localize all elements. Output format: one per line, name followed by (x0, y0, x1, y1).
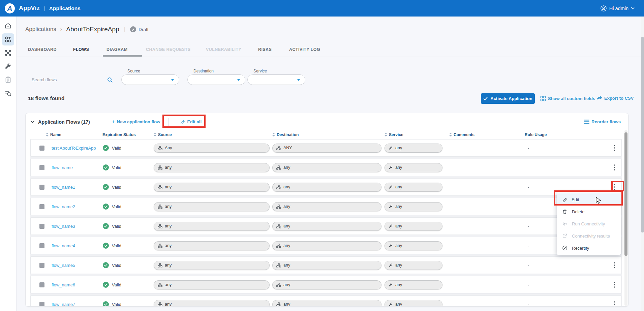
tab-dashboard[interactable]: DASHBOARD (28, 47, 57, 52)
panel-collapse-toggle[interactable]: Application Flows (17) (30, 119, 90, 125)
service-pill[interactable]: any (385, 300, 442, 307)
service-pill[interactable]: any (385, 261, 442, 270)
rule-usage-value: - (519, 282, 592, 287)
tab-diagram[interactable]: DIAGRAM (106, 47, 128, 52)
service-pill[interactable]: any (385, 280, 442, 289)
valid-check-icon (103, 262, 109, 268)
destination-pill[interactable]: any (272, 183, 381, 192)
chevron-down-icon (631, 7, 635, 9)
source-pill[interactable]: any (154, 222, 270, 231)
source-pill[interactable]: any (154, 183, 270, 192)
tab-activity-log[interactable]: ACTIVITY LOG (289, 47, 320, 52)
row-checkbox[interactable] (39, 165, 44, 170)
export-to-csv-button[interactable]: Export to CSV (596, 96, 634, 101)
flow-name-link[interactable]: flow_name7 (45, 302, 99, 307)
network-hosts-icon (158, 224, 162, 228)
page-scrollbar-thumb[interactable] (641, 37, 644, 232)
wrench-icon (389, 244, 393, 248)
context-menu-item-recertify[interactable]: Recertify (557, 242, 621, 254)
destination-filter-select[interactable] (187, 74, 245, 85)
destination-pill[interactable]: any (272, 300, 381, 307)
row-actions-kebab[interactable] (611, 144, 617, 152)
service-pill[interactable]: any (385, 144, 442, 153)
service-pill[interactable]: any (385, 241, 442, 250)
row-checkbox[interactable] (39, 243, 44, 248)
topbar-section-title: Applications (49, 5, 81, 11)
destination-pill[interactable]: ANY (272, 144, 381, 153)
service-pill[interactable]: any (385, 222, 442, 231)
reorder-flows-button[interactable]: Reorder flows (584, 119, 621, 124)
context-menu-item-run-connectivity: Run Connectivity (557, 218, 621, 230)
status-badge: Draft (130, 26, 148, 32)
sidebar-item-topology[interactable] (2, 47, 14, 59)
service-pill[interactable]: any (385, 202, 442, 211)
sidebar-item-tools[interactable] (2, 60, 14, 72)
destination-pill[interactable]: any (272, 241, 381, 250)
source-pill[interactable]: Any (154, 144, 270, 153)
new-application-flow-button[interactable]: + New application flow (112, 119, 160, 125)
sidebar-item-home[interactable] (2, 20, 14, 32)
table-scrollbar-thumb[interactable] (624, 132, 627, 256)
flow-name-link[interactable]: flow_name (45, 165, 99, 170)
row-checkbox[interactable] (39, 185, 44, 190)
row-actions-kebab[interactable] (611, 301, 617, 306)
service-pill[interactable]: any (385, 163, 442, 172)
user-menu[interactable]: Hi admin (600, 5, 635, 12)
context-menu-item-delete[interactable]: Delete (557, 206, 621, 218)
breadcrumb-applications[interactable]: Applications (25, 26, 56, 33)
source-pill[interactable]: any (154, 261, 270, 270)
search-input[interactable] (26, 74, 117, 85)
flow-name-link[interactable]: flow_name4 (45, 243, 99, 248)
row-checkbox[interactable] (39, 263, 44, 268)
row-checkbox[interactable] (39, 146, 44, 151)
edit-all-button[interactable]: Edit all (177, 117, 205, 126)
destination-pill[interactable]: any (272, 222, 381, 231)
row-actions-kebab[interactable] (611, 164, 617, 171)
row-checkbox[interactable] (39, 282, 44, 287)
tab-flows[interactable]: FLOWS (73, 47, 89, 52)
context-menu-item-edit[interactable]: Edit (557, 193, 621, 206)
column-header-service[interactable]: Service (383, 132, 448, 137)
flow-name-link[interactable]: flow_name1 (45, 185, 99, 190)
row-actions-kebab[interactable] (611, 281, 617, 288)
source-pill[interactable]: any (154, 241, 270, 250)
flow-name-link[interactable]: flow_name3 (45, 224, 99, 229)
column-header-destination[interactable]: Destination (271, 132, 383, 137)
source-pill[interactable]: any (154, 163, 270, 172)
flow-name-link[interactable]: test AboutToExpireApp (45, 146, 99, 151)
flow-name-link[interactable]: flow_name5 (45, 263, 99, 268)
service-filter-select[interactable] (247, 74, 305, 85)
sidebar-item-applications[interactable] (2, 33, 14, 45)
destination-pill[interactable]: any (272, 280, 381, 289)
tabs-divider-line (17, 57, 644, 57)
row-checkbox[interactable] (39, 302, 44, 307)
destination-pill[interactable]: any (272, 163, 381, 172)
show-custom-fields-button[interactable]: Show all custom fields (540, 96, 595, 101)
column-header-comments[interactable]: Comments (448, 132, 519, 137)
row-context-menu: Edit Delete Run Connectivity Connectivit… (557, 192, 621, 255)
search-icon[interactable] (107, 77, 113, 83)
flow-name-link[interactable]: flow_name2 (45, 204, 99, 209)
row-checkbox[interactable] (39, 224, 44, 229)
destination-pill[interactable]: any (272, 261, 381, 270)
appviz-logo-icon[interactable]: A (5, 3, 15, 13)
check-icon (483, 97, 488, 100)
source-pill[interactable]: any (154, 202, 270, 211)
source-filter-select[interactable] (121, 74, 179, 85)
active-tab-underline (103, 55, 142, 57)
activate-application-button[interactable]: Activate Application (481, 93, 535, 104)
row-actions-kebab[interactable] (611, 261, 617, 269)
source-pill[interactable]: any (154, 280, 270, 289)
service-pill[interactable]: any (385, 183, 442, 192)
row-checkbox[interactable] (39, 204, 44, 209)
destination-pill[interactable]: any (272, 202, 381, 211)
flow-name-link[interactable]: flow_name6 (45, 282, 99, 287)
column-header-source[interactable]: Source (152, 132, 271, 137)
sidebar-item-audit[interactable] (2, 87, 14, 99)
sidebar-item-tasks[interactable] (2, 74, 14, 86)
column-header-name[interactable]: Name (45, 132, 99, 137)
expiration-status-cell: Valid (99, 282, 153, 288)
source-pill[interactable]: any (154, 300, 270, 307)
tab-risks[interactable]: RISKS (258, 47, 272, 52)
row-actions-kebab[interactable] (611, 183, 617, 191)
